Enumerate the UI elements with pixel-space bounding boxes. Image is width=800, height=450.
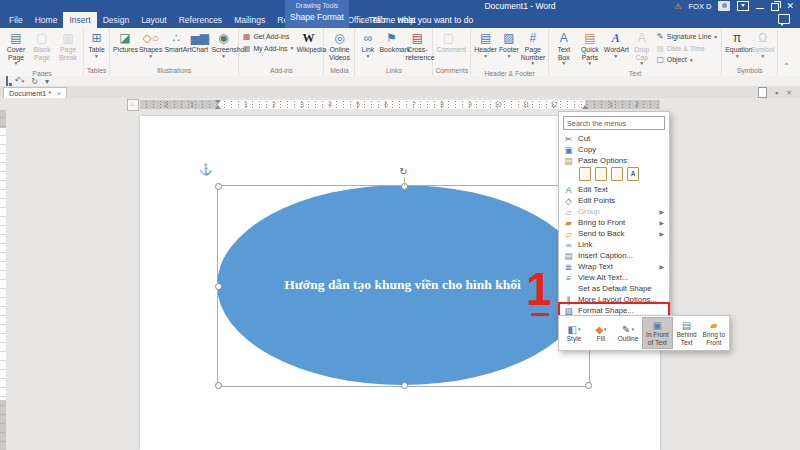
menu-item-edit-points[interactable]: ◇Edit Points xyxy=(559,195,669,206)
avatar[interactable] xyxy=(718,1,730,11)
ribbon-tab-insert[interactable]: Insert xyxy=(63,12,96,28)
close-button[interactable]: ✕ xyxy=(786,1,794,11)
dropdown-icon: ▼ xyxy=(713,34,718,40)
undo-icon: ↶ xyxy=(15,76,22,85)
bring-to-front-icon: ▰ xyxy=(710,320,718,331)
paste-option-keep-text-only[interactable]: A xyxy=(627,167,639,181)
search-menu-input[interactable] xyxy=(563,116,665,130)
ribbon-button-smartart[interactable]: ∴SmartArt xyxy=(163,30,189,55)
ribbon-button-signature-line[interactable]: ✎Signature Line▼ xyxy=(656,32,718,41)
shape-text[interactable]: Hướng dẫn tạo khung viền cho hình khối xyxy=(284,277,521,293)
anchor-icon: ⚓ xyxy=(199,163,213,176)
menu-item-bring-to-front[interactable]: ▰Bring to Front▶ xyxy=(559,217,669,228)
menu-item-cut[interactable]: ✂Cut xyxy=(559,133,669,144)
menu-item-more-layout-options[interactable]: ∥More Layout Options... xyxy=(559,294,669,305)
ribbon-tab-file[interactable]: File xyxy=(3,12,29,28)
ribbon-button-chart[interactable]: ▅▆Chart xyxy=(189,30,210,55)
menu-item-copy[interactable]: ▣Copy xyxy=(559,144,669,155)
toolbar-button-fill[interactable]: ◆▾Fill xyxy=(588,317,614,349)
menu-item-send-to-back[interactable]: ▱Send to Back▶ xyxy=(559,228,669,239)
menu-item-link[interactable]: ∞Link xyxy=(559,239,669,250)
close-tab-icon[interactable]: ✕ xyxy=(56,90,61,97)
close-all-tabs-icon[interactable]: ✕ xyxy=(786,89,792,97)
menu-item-paste-options[interactable]: ▤Paste Options: xyxy=(559,155,669,166)
ribbon-button-screenshot[interactable]: ◉Screenshot ▼ xyxy=(210,30,236,60)
ribbon-button-wordart[interactable]: AWordArt ▼ xyxy=(603,30,629,60)
menu-item-set-as-default-shape[interactable]: Set as Default Shape xyxy=(559,283,669,294)
warning-icon[interactable]: ⚠ xyxy=(674,2,681,11)
ribbon-button-footer[interactable]: ▨Footer ▼ xyxy=(498,30,520,60)
toolbar-button-outline[interactable]: ✎▾Outline xyxy=(615,317,641,349)
ribbon-display-options-icon[interactable] xyxy=(737,1,749,11)
tell-me-box[interactable]: ☼ Tell me what you want to do xyxy=(357,15,473,25)
ribbon-tab-layout[interactable]: Layout xyxy=(135,12,173,28)
ribbon-button-my-add-ins[interactable]: ▦My Add-ins▼ xyxy=(242,44,294,53)
vertical-ruler[interactable] xyxy=(0,110,6,450)
toolbar-button-label: Outline xyxy=(617,335,639,342)
menu-item-insert-caption[interactable]: ▤Insert Caption... xyxy=(559,250,669,261)
ribbon-tab-design[interactable]: Design xyxy=(97,12,135,28)
dropdown-icon: ▼ xyxy=(760,54,765,60)
qat-undo-button[interactable]: ↶▾ xyxy=(15,76,24,86)
menu-item-view-alt-text[interactable]: ≡View Alt Text... xyxy=(559,272,669,283)
annotation-step-number: 1 xyxy=(526,266,552,312)
ribbon-button-get-add-ins[interactable]: ▦Get Add-ins xyxy=(242,32,294,41)
menu-item-wrap-text[interactable]: ≣Wrap Text▶ xyxy=(559,261,669,272)
ribbon-button-shapes[interactable]: ◇○Shapes ▼ xyxy=(138,30,163,60)
ruler-number: 10 xyxy=(494,101,501,108)
ribbon-button-cross-reference[interactable]: ▤Cross-reference xyxy=(404,30,430,62)
ribbon-tab-references[interactable]: References xyxy=(173,12,228,28)
ribbon-button-table[interactable]: ⊞Table ▼ xyxy=(86,30,107,60)
tab-stop-selector[interactable]: ∟ xyxy=(127,99,139,111)
document-tab[interactable]: Document1 * ✕ xyxy=(3,87,67,98)
comments-icon[interactable] xyxy=(778,14,790,24)
paste-option-merge-formatting[interactable] xyxy=(595,167,607,181)
ribbon-button-page-break: ▥Page Break xyxy=(55,30,81,62)
menu-item-edit-text[interactable]: AEdit Text xyxy=(559,184,669,195)
lightbulb-icon: ☼ xyxy=(357,15,365,25)
ribbon-tab-home[interactable]: Home xyxy=(29,12,64,28)
save-icon xyxy=(6,76,8,87)
ribbon-button-cover-page[interactable]: ▤Cover Page ▼ xyxy=(3,30,29,68)
toolbar-button-bring-to-front[interactable]: ▰Bring to Front xyxy=(701,317,727,349)
minimize-button[interactable] xyxy=(756,8,764,9)
toolbar-button-behind-text[interactable]: ▤Behind Text xyxy=(674,317,700,349)
right-indent-marker[interactable] xyxy=(582,105,588,109)
ribbon-button-text-box[interactable]: AText Box ▼ xyxy=(551,30,577,68)
new-document-icon[interactable] xyxy=(758,87,767,98)
ribbon-button-wikipedia[interactable]: WWikipedia xyxy=(295,30,321,55)
ribbon-button-link[interactable]: ∞Link ▼ xyxy=(357,30,378,60)
ribbon-tab-shape-format[interactable]: Shape Format xyxy=(285,12,349,22)
paste-option-keep-source-formatting[interactable] xyxy=(579,167,591,181)
ribbon-button-online-videos[interactable]: ◎Online Videos xyxy=(326,30,352,62)
paste-option-picture[interactable] xyxy=(611,167,623,181)
ribbon-button-equation[interactable]: πEquation ▼ xyxy=(724,30,750,60)
restore-button[interactable] xyxy=(771,3,779,11)
hanging-indent-marker[interactable] xyxy=(215,105,221,109)
page-number-icon: # xyxy=(529,31,536,46)
in-front-of-text-icon: ▣ xyxy=(653,320,662,331)
ribbon-button-header[interactable]: ▤Header ▼ xyxy=(473,30,498,60)
ribbon-group-label-comments: Comments xyxy=(435,65,468,76)
qat-qat-more-button[interactable]: ▾ xyxy=(45,77,49,86)
toolbar-button-style[interactable]: ◧▾Style xyxy=(561,317,587,349)
menu-item-label: Link xyxy=(578,240,664,249)
collapse-ribbon-icon[interactable]: ⌃ xyxy=(783,62,790,71)
ribbon-button-bookmark[interactable]: ⚑Bookmark xyxy=(378,30,404,55)
ribbon-button-pictures[interactable]: ◪Pictures xyxy=(112,30,138,55)
toolbar-button-in-front-of-text[interactable]: ▣In Front of Text xyxy=(642,317,673,349)
qat-redo-button[interactable]: ↻ xyxy=(31,77,38,86)
ribbon-group-label-links: Links xyxy=(357,65,430,76)
ribbon-group-symbols: πEquation ▼ΩSymbol ▼Symbols xyxy=(722,28,778,76)
tab-list-dropdown-icon[interactable]: ▼ xyxy=(774,90,779,96)
ribbon-button-quick-parts[interactable]: ▤Quick Parts ▼ xyxy=(577,30,603,68)
alt-text-icon: ≡ xyxy=(563,273,574,283)
qat-save-button[interactable] xyxy=(6,77,8,86)
ribbon-button-object[interactable]: ▢Object▼ xyxy=(656,55,718,64)
ribbon-group-add-ins: ▦Get Add-ins▦My Add-ins▼WWikipediaAdd-in… xyxy=(239,28,324,76)
user-name[interactable]: FOX D xyxy=(689,2,712,11)
ribbon-tab-mailings[interactable]: Mailings xyxy=(228,12,271,28)
ribbon-button-page-number[interactable]: #Page Number ▼ xyxy=(520,30,546,68)
horizontal-ruler[interactable]: 2112345678910111212 xyxy=(140,100,660,109)
first-line-indent-marker[interactable] xyxy=(215,100,221,104)
